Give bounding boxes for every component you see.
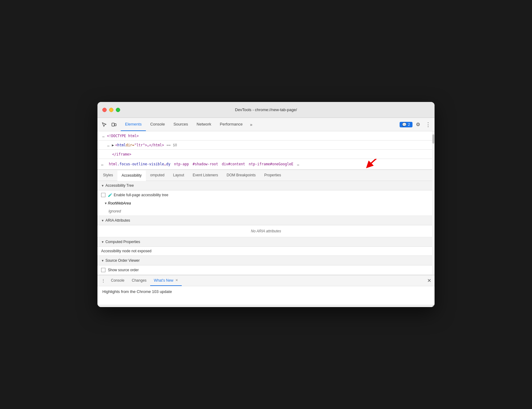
enable-label: 🧪 Enable full-page accessibility tree bbox=[108, 193, 168, 197]
breadcrumb-ntp-app[interactable]: ntp-app bbox=[173, 162, 190, 167]
no-aria-message: No ARIA attributes bbox=[97, 225, 435, 237]
svg-rect-1 bbox=[115, 124, 116, 126]
computed-properties-body: Accessibility node not exposed bbox=[97, 247, 435, 256]
root-expand-icon[interactable]: ▾ bbox=[105, 201, 107, 205]
breadcrumb-dots[interactable]: … bbox=[100, 162, 104, 167]
inspector-icon[interactable] bbox=[100, 120, 108, 129]
tab-console[interactable]: Console bbox=[146, 118, 169, 131]
panel-tab-properties[interactable]: Properties bbox=[260, 170, 285, 181]
traffic-lights bbox=[102, 108, 120, 112]
breadcrumb-shadow-root[interactable]: #shadow-root bbox=[192, 162, 219, 167]
top-tabs-bar: Elements Console Sources Network Perform… bbox=[97, 118, 435, 131]
drawer-tab-changes[interactable]: Changes bbox=[128, 275, 150, 286]
close-button[interactable] bbox=[102, 108, 107, 112]
title-bar: DevTools - chrome://new-tab-page/ bbox=[97, 102, 435, 118]
experiment-icon: 🧪 bbox=[108, 193, 112, 197]
iframe-line: </iframe> bbox=[97, 150, 435, 159]
panel-tab-event-listeners[interactable]: Event Listeners bbox=[188, 170, 222, 181]
drawer-tab-whats-new[interactable]: What's New ✕ bbox=[150, 275, 182, 286]
tab-elements[interactable]: Elements bbox=[121, 118, 146, 131]
computed-expand-icon[interactable]: ▼ bbox=[101, 240, 104, 244]
more-options-button[interactable]: ⋮ bbox=[424, 120, 432, 129]
tab-sources[interactable]: Sources bbox=[169, 118, 192, 131]
main-area: … <!DOCTYPE html> … ▶ <html dir="ltr" >…… bbox=[97, 131, 435, 275]
tab-performance[interactable]: Performance bbox=[215, 118, 247, 131]
ignored-row: Ignored bbox=[97, 207, 435, 216]
tree-expand-icon[interactable]: ▼ bbox=[101, 184, 104, 187]
drawer-close-button[interactable]: ✕ bbox=[425, 276, 433, 285]
breadcrumb-bar: … html.focus-outline-visible…dy ntp-app … bbox=[97, 159, 435, 170]
drawer-tab-console[interactable]: Console bbox=[107, 275, 128, 286]
maximize-button[interactable] bbox=[116, 108, 120, 112]
panel-tab-accessibility[interactable]: Accessibility bbox=[117, 171, 146, 181]
top-tabs: Elements Console Sources Network Perform… bbox=[121, 118, 400, 131]
drawer-menu-button[interactable]: ⋮ bbox=[99, 276, 107, 285]
panel-content: ▼ Accessibility Tree 🧪 Enable full-page … bbox=[97, 181, 435, 275]
minimize-button[interactable] bbox=[109, 108, 113, 112]
html-expand-icon[interactable]: ▶ bbox=[112, 143, 114, 147]
panel-tab-styles[interactable]: Styles bbox=[99, 170, 117, 181]
bottom-scrollbar-track bbox=[97, 305, 435, 307]
panel-tabs: Styles Accessibility omputed Layout Even… bbox=[97, 170, 435, 181]
svg-rect-0 bbox=[112, 123, 114, 126]
accessibility-tree-header: ▼ Accessibility Tree bbox=[97, 181, 435, 190]
computed-properties-header: ▼ Computed Properties bbox=[97, 237, 435, 247]
bottom-drawer: ⋮ Console Changes What's New ✕ ✕ Highlig… bbox=[97, 275, 435, 305]
breadcrumb-div-content[interactable]: div#content bbox=[221, 162, 246, 167]
panel-tab-computed[interactable]: omputed bbox=[146, 170, 169, 181]
computed-message: Accessibility node not exposed bbox=[97, 247, 435, 256]
drawer-content: Highlights from the Chrome 103 update bbox=[97, 286, 435, 305]
chat-badge[interactable]: 💬 2 bbox=[400, 122, 412, 127]
source-order-header: ▼ Source Order Viewer bbox=[97, 256, 435, 265]
settings-button[interactable]: ⚙ bbox=[414, 120, 422, 129]
panel-tab-layout[interactable]: Layout bbox=[169, 170, 188, 181]
devtools-window: DevTools - chrome://new-tab-page/ Elemen… bbox=[97, 102, 435, 307]
show-source-order-row: Show source order bbox=[97, 265, 435, 275]
iframe-close-tag: </iframe> bbox=[112, 152, 131, 156]
line-dots-2[interactable]: … bbox=[107, 143, 109, 147]
more-tabs-button[interactable]: » bbox=[247, 120, 256, 129]
drawer-tab-close-icon[interactable]: ✕ bbox=[175, 278, 178, 282]
top-left-icons bbox=[100, 120, 118, 129]
html-line: … ▶ <html dir="ltr" >…</html> == $0 bbox=[97, 141, 435, 150]
window-title: DevTools - chrome://new-tab-page/ bbox=[235, 107, 297, 112]
drawer-tabs-bar: ⋮ Console Changes What's New ✕ ✕ bbox=[97, 275, 435, 286]
drawer-content-text: Highlights from the Chrome 103 update bbox=[102, 289, 172, 294]
dollar-zero: == $0 bbox=[166, 143, 177, 147]
breadcrumb-html[interactable]: html.focus-outline-visible…dy bbox=[108, 162, 172, 167]
source-order-expand-icon[interactable]: ▼ bbox=[101, 259, 104, 262]
root-web-area-label: RootWebArea bbox=[108, 201, 131, 205]
chat-icon: 💬 bbox=[402, 122, 407, 127]
scrollbar-track bbox=[432, 131, 435, 275]
aria-attributes-header: ▼ ARIA Attributes bbox=[97, 216, 435, 225]
bottom-scrollbar-thumb[interactable] bbox=[433, 305, 435, 307]
scrollbar-thumb[interactable] bbox=[432, 134, 434, 144]
root-web-area-item: ▾ RootWebArea bbox=[97, 200, 435, 207]
breadcrumb-ntp-iframe[interactable]: ntp-iframe#oneGoogleE bbox=[248, 162, 294, 167]
chat-count: 2 bbox=[408, 122, 410, 127]
enable-full-page-row: 🧪 Enable full-page accessibility tree bbox=[97, 190, 435, 200]
html-tag-open: < bbox=[115, 143, 117, 147]
aria-attributes-body: No ARIA attributes bbox=[97, 225, 435, 237]
source-order-body: Show source order bbox=[97, 265, 435, 275]
aria-expand-icon[interactable]: ▼ bbox=[101, 219, 104, 222]
show-source-order-label: Show source order bbox=[108, 268, 139, 272]
doctype-line: … <!DOCTYPE html> bbox=[97, 131, 435, 141]
doctype-text: <!DOCTYPE html> bbox=[107, 134, 139, 138]
top-tabs-right: 💬 2 ⚙ ⋮ bbox=[400, 120, 432, 129]
show-source-order-checkbox[interactable] bbox=[101, 268, 105, 272]
enable-full-page-checkbox[interactable] bbox=[101, 193, 105, 197]
accessibility-tree-body: 🧪 Enable full-page accessibility tree ▾ … bbox=[97, 190, 435, 216]
panel-tab-dom-breakpoints[interactable]: DOM Breakpoints bbox=[222, 170, 260, 181]
line-dots-1[interactable]: … bbox=[102, 134, 104, 138]
device-mode-icon[interactable] bbox=[110, 120, 118, 129]
tab-network[interactable]: Network bbox=[192, 118, 216, 131]
breadcrumb-more[interactable]: … bbox=[296, 162, 300, 167]
